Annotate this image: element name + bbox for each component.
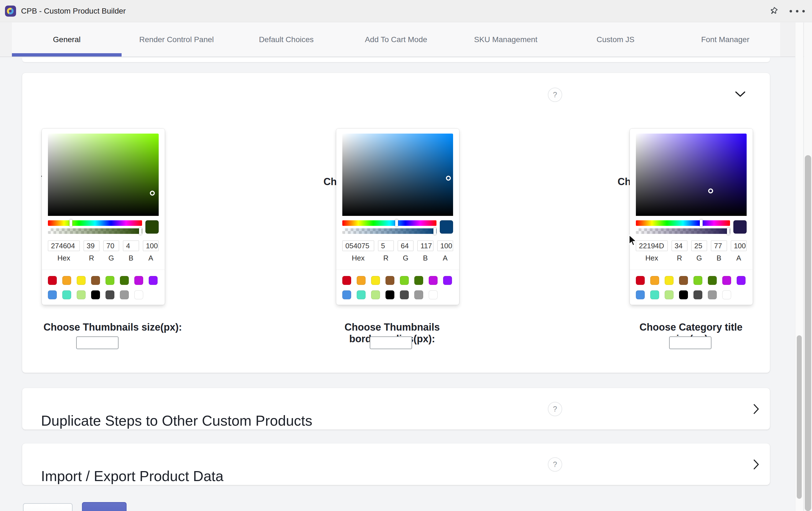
hue-handle[interactable]	[700, 219, 703, 227]
primary-action-button[interactable]	[82, 502, 126, 511]
preset-color-swatch[interactable]	[371, 290, 380, 299]
alpha-slider[interactable]	[342, 228, 436, 234]
alpha-slider[interactable]	[636, 228, 730, 234]
saturation-marker[interactable]	[708, 188, 713, 193]
g-input[interactable]	[103, 241, 119, 251]
preset-color-swatch[interactable]	[650, 290, 659, 299]
preset-color-swatch[interactable]	[77, 276, 86, 285]
preset-color-swatch[interactable]	[371, 276, 380, 285]
b-input[interactable]	[711, 241, 727, 251]
secondary-action-button[interactable]	[23, 503, 72, 511]
b-input[interactable]	[417, 241, 433, 251]
g-input[interactable]	[691, 241, 707, 251]
preset-color-swatch[interactable]	[342, 290, 351, 299]
duplicate-steps-card[interactable]: Duplicate Steps to Other Custom Products…	[22, 388, 770, 430]
preset-color-swatch[interactable]	[357, 276, 366, 285]
app-scrollbar-thumb[interactable]	[797, 335, 802, 499]
preset-color-swatch[interactable]	[77, 290, 86, 299]
preset-color-swatch[interactable]	[385, 290, 395, 299]
category-title-size-input[interactable]	[669, 337, 712, 349]
tab-add-to-cart-mode[interactable]: Add To Cart Mode	[341, 23, 451, 56]
preset-color-swatch[interactable]	[693, 290, 702, 299]
preset-color-swatch[interactable]	[385, 276, 395, 285]
saturation-marker[interactable]	[150, 191, 155, 196]
tab-sku-management[interactable]: SKU Management	[451, 23, 560, 56]
preset-color-swatch[interactable]	[722, 290, 731, 299]
help-icon[interactable]: ?	[548, 457, 562, 472]
a-input[interactable]	[437, 241, 453, 251]
hue-slider[interactable]	[342, 220, 436, 226]
alpha-handle[interactable]	[433, 227, 436, 235]
preset-color-swatch[interactable]	[679, 290, 688, 299]
preset-color-swatch[interactable]	[650, 276, 659, 285]
saturation-area[interactable]	[342, 134, 453, 216]
preset-color-swatch[interactable]	[134, 290, 143, 299]
preset-color-swatch[interactable]	[429, 276, 438, 285]
b-input[interactable]	[123, 241, 139, 251]
preset-color-swatch[interactable]	[149, 276, 157, 285]
hex-input[interactable]	[48, 241, 80, 251]
r-input[interactable]	[672, 241, 687, 251]
hue-handle[interactable]	[395, 219, 398, 227]
preset-color-swatch[interactable]	[400, 276, 409, 285]
alpha-handle[interactable]	[139, 227, 142, 235]
tab-custom-js[interactable]: Custom JS	[560, 23, 670, 56]
preset-color-swatch[interactable]	[106, 276, 114, 285]
g-input[interactable]	[398, 241, 413, 251]
preset-color-swatch[interactable]	[708, 276, 717, 285]
preset-color-swatch[interactable]	[636, 290, 645, 299]
preset-color-swatch[interactable]	[400, 290, 409, 299]
saturation-marker[interactable]	[446, 176, 451, 181]
preset-color-swatch[interactable]	[106, 290, 114, 299]
saturation-area[interactable]	[48, 134, 159, 216]
preset-color-swatch[interactable]	[48, 290, 57, 299]
preset-color-swatch[interactable]	[62, 290, 71, 299]
preset-color-swatch[interactable]	[342, 276, 351, 285]
alpha-slider[interactable]	[48, 228, 142, 234]
page-scrollbar-thumb[interactable]	[805, 155, 811, 511]
hex-input[interactable]	[342, 241, 374, 251]
thumbnails-radius-input[interactable]	[370, 337, 412, 349]
tab-render-control-panel[interactable]: Render Control Panel	[122, 23, 231, 56]
preset-color-swatch[interactable]	[693, 276, 702, 285]
preset-color-swatch[interactable]	[429, 290, 438, 299]
r-input[interactable]	[378, 241, 394, 251]
preset-color-swatch[interactable]	[737, 276, 746, 285]
preset-color-swatch[interactable]	[722, 276, 731, 285]
preset-color-swatch[interactable]	[636, 276, 645, 285]
chevron-right-icon[interactable]	[753, 459, 759, 470]
preset-color-swatch[interactable]	[665, 276, 673, 285]
tab-default-choices[interactable]: Default Choices	[232, 23, 341, 56]
preset-color-swatch[interactable]	[679, 276, 688, 285]
help-icon[interactable]: ?	[548, 87, 562, 102]
pin-icon[interactable]	[767, 4, 780, 18]
preset-color-swatch[interactable]	[357, 290, 366, 299]
preset-color-swatch[interactable]	[48, 276, 57, 285]
import-export-card[interactable]: Import / Export Product Data ?	[22, 443, 770, 485]
alpha-handle[interactable]	[727, 227, 730, 235]
preset-color-swatch[interactable]	[443, 276, 452, 285]
r-input[interactable]	[84, 241, 99, 251]
preset-color-swatch[interactable]	[62, 276, 71, 285]
help-icon[interactable]: ?	[548, 402, 562, 416]
preset-color-swatch[interactable]	[120, 290, 129, 299]
preset-color-swatch[interactable]	[120, 276, 129, 285]
chevron-right-icon[interactable]	[753, 404, 759, 414]
preset-color-swatch[interactable]	[708, 290, 717, 299]
tab-font-manager[interactable]: Font Manager	[670, 23, 780, 56]
hex-input[interactable]	[636, 241, 668, 251]
preset-color-swatch[interactable]	[665, 290, 673, 299]
preset-color-swatch[interactable]	[414, 290, 423, 299]
preset-color-swatch[interactable]	[91, 290, 100, 299]
a-input[interactable]	[731, 241, 747, 251]
hue-slider[interactable]	[636, 220, 730, 226]
preset-color-swatch[interactable]	[134, 276, 143, 285]
thumbnails-size-input[interactable]	[76, 337, 119, 349]
saturation-area[interactable]	[636, 134, 747, 216]
hue-handle[interactable]	[69, 219, 72, 227]
tab-general[interactable]: General	[12, 23, 122, 56]
hue-slider[interactable]	[48, 220, 142, 226]
preset-color-swatch[interactable]	[91, 276, 100, 285]
overflow-menu-icon[interactable]	[789, 10, 805, 12]
preset-color-swatch[interactable]	[414, 276, 423, 285]
